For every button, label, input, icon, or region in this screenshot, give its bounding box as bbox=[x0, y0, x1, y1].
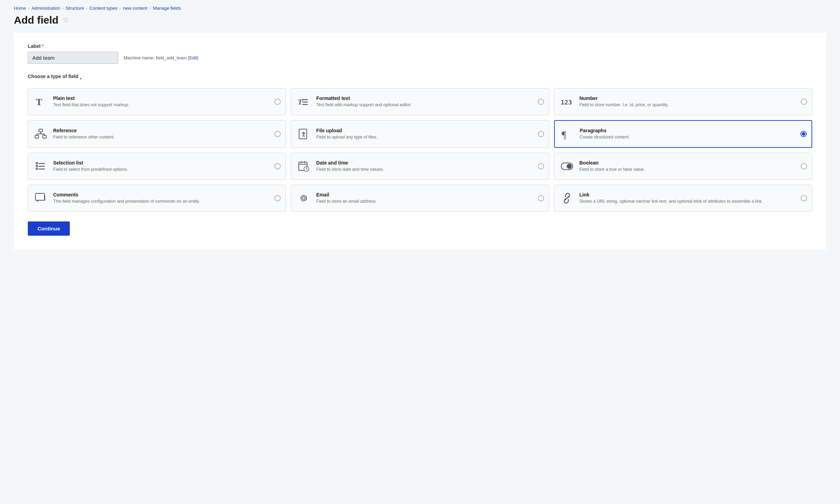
choose-type-label: Choose a type of field bbox=[28, 74, 78, 79]
number-icon: 123 bbox=[559, 94, 575, 109]
comments-title: Comments bbox=[53, 192, 270, 198]
breadcrumb-manage-fields[interactable]: Manage fields bbox=[153, 6, 181, 11]
comments-radio[interactable] bbox=[274, 195, 281, 201]
field-card-email[interactable]: Email Field to store an email address. bbox=[291, 185, 549, 212]
field-card-paragraphs[interactable]: ¶ Paragraphs Create structured content. bbox=[554, 120, 812, 148]
paragraphs-icon: ¶ bbox=[560, 126, 575, 142]
field-card-plain-text[interactable]: T Plain text Text field that does not su… bbox=[28, 88, 286, 115]
breadcrumb-sep-3: › bbox=[86, 6, 88, 11]
breadcrumb-content-types[interactable]: Content types bbox=[90, 6, 117, 11]
link-radio[interactable] bbox=[801, 195, 807, 201]
selection-list-title: Selection list bbox=[53, 160, 270, 166]
comments-desc: This field manages configuration and pre… bbox=[53, 199, 270, 205]
link-desc: Stores a URL string, optional varchar li… bbox=[579, 199, 796, 205]
selection-list-desc: Field to select from predefined options. bbox=[53, 167, 270, 173]
plain-text-radio[interactable] bbox=[274, 99, 281, 105]
date-time-icon bbox=[296, 159, 311, 174]
date-time-radio[interactable] bbox=[538, 163, 544, 169]
breadcrumb-sep-4: › bbox=[120, 6, 121, 11]
boolean-radio[interactable] bbox=[801, 163, 807, 169]
label-section: Label * Machine name: field_add_team [Ed… bbox=[28, 43, 812, 64]
breadcrumb-administration[interactable]: Administration bbox=[32, 6, 60, 11]
formatted-text-desc: Text field with markup support and optio… bbox=[316, 102, 533, 108]
email-title: Email bbox=[316, 192, 533, 198]
svg-point-30 bbox=[567, 164, 572, 169]
link-title: Link bbox=[579, 192, 796, 198]
favorite-icon[interactable]: ☆ bbox=[63, 16, 69, 25]
svg-rect-20 bbox=[36, 165, 38, 167]
breadcrumb-home[interactable]: Home bbox=[14, 6, 26, 11]
reference-icon bbox=[33, 126, 48, 142]
breadcrumb-sep-5: › bbox=[149, 6, 151, 11]
machine-name: Machine name: field_add_team [Edit] bbox=[124, 55, 198, 60]
paragraphs-radio[interactable] bbox=[800, 131, 807, 137]
date-time-title: Date and time bbox=[316, 160, 533, 166]
breadcrumb-new-content[interactable]: new content bbox=[123, 6, 147, 11]
field-type-section: Choose a type of field * T Plain text Te… bbox=[28, 74, 812, 212]
reference-desc: Field to reference other content. bbox=[53, 134, 270, 141]
svg-rect-19 bbox=[36, 162, 38, 164]
plain-text-desc: Text field that does not support markup. bbox=[53, 102, 270, 108]
file-upload-radio[interactable] bbox=[538, 131, 544, 137]
selection-list-icon bbox=[33, 159, 48, 174]
reference-radio[interactable] bbox=[274, 131, 281, 137]
svg-rect-7 bbox=[35, 135, 39, 138]
number-radio[interactable] bbox=[801, 99, 807, 105]
breadcrumb-structure[interactable]: Structure bbox=[66, 6, 84, 11]
plain-text-title: Plain text bbox=[53, 95, 270, 101]
svg-rect-31 bbox=[35, 193, 44, 200]
breadcrumb: Home › Administration › Structure › Cont… bbox=[14, 6, 826, 11]
reference-title: Reference bbox=[53, 128, 270, 133]
paragraphs-title: Paragraphs bbox=[580, 128, 796, 133]
continue-button[interactable]: Continue bbox=[28, 221, 70, 236]
link-icon bbox=[559, 191, 575, 206]
comments-icon bbox=[33, 191, 48, 206]
choose-type-required-star: * bbox=[80, 77, 81, 82]
label-required-star: * bbox=[42, 43, 44, 49]
field-card-boolean[interactable]: Boolean Field to store a true or false v… bbox=[554, 153, 812, 180]
file-upload-title: File upload bbox=[316, 128, 533, 133]
selection-list-radio[interactable] bbox=[274, 163, 281, 169]
boolean-desc: Field to store a true or false value. bbox=[579, 167, 796, 173]
number-desc: Field to store number. I.e. id, price, o… bbox=[579, 102, 796, 108]
svg-rect-8 bbox=[43, 135, 46, 138]
svg-text:123: 123 bbox=[561, 99, 572, 106]
svg-rect-13 bbox=[299, 129, 307, 139]
svg-text:T: T bbox=[298, 98, 303, 106]
svg-text:T: T bbox=[36, 96, 42, 107]
field-card-date-time[interactable]: Date and time Field to store date and ti… bbox=[291, 153, 549, 180]
svg-rect-21 bbox=[36, 168, 38, 169]
field-card-comments[interactable]: Comments This field manages configuratio… bbox=[28, 185, 286, 212]
plain-text-icon: T bbox=[33, 94, 48, 109]
svg-rect-6 bbox=[39, 129, 42, 132]
formatted-text-title: Formatted text bbox=[316, 95, 533, 101]
field-card-selection-list[interactable]: Selection list Field to select from pred… bbox=[28, 153, 286, 180]
boolean-icon bbox=[559, 159, 575, 174]
file-upload-icon bbox=[296, 126, 311, 142]
formatted-text-icon: T bbox=[296, 94, 311, 109]
email-radio[interactable] bbox=[538, 195, 544, 201]
email-desc: Field to store an email address. bbox=[316, 199, 533, 205]
file-upload-desc: Field to upload any type of files. bbox=[316, 134, 533, 141]
svg-point-32 bbox=[301, 195, 306, 201]
date-time-desc: Field to store date and time values. bbox=[316, 167, 533, 173]
formatted-text-radio[interactable] bbox=[538, 99, 544, 105]
main-content: Label * Machine name: field_add_team [Ed… bbox=[14, 33, 826, 250]
field-card-link[interactable]: Link Stores a URL string, optional varch… bbox=[554, 185, 812, 212]
email-icon bbox=[296, 191, 311, 206]
boolean-title: Boolean bbox=[579, 160, 796, 166]
field-card-number[interactable]: 123 Number Field to store number. I.e. i… bbox=[554, 88, 812, 115]
breadcrumb-sep-2: › bbox=[62, 6, 64, 11]
label-field-label: Label bbox=[28, 43, 41, 49]
label-input[interactable] bbox=[28, 52, 118, 64]
number-title: Number bbox=[579, 95, 796, 101]
breadcrumb-sep-1: › bbox=[28, 6, 30, 11]
field-card-reference[interactable]: Reference Field to reference other conte… bbox=[28, 120, 286, 148]
paragraphs-desc: Create structured content. bbox=[580, 134, 796, 141]
svg-text:¶: ¶ bbox=[562, 129, 567, 140]
field-card-formatted-text[interactable]: T Formatted text Text field with markup … bbox=[291, 88, 549, 115]
svg-point-33 bbox=[302, 197, 305, 200]
machine-name-edit-link[interactable]: Edit bbox=[189, 55, 197, 60]
field-card-file-upload[interactable]: File upload Field to upload any type of … bbox=[291, 120, 549, 148]
field-type-grid: T Plain text Text field that does not su… bbox=[28, 88, 812, 212]
